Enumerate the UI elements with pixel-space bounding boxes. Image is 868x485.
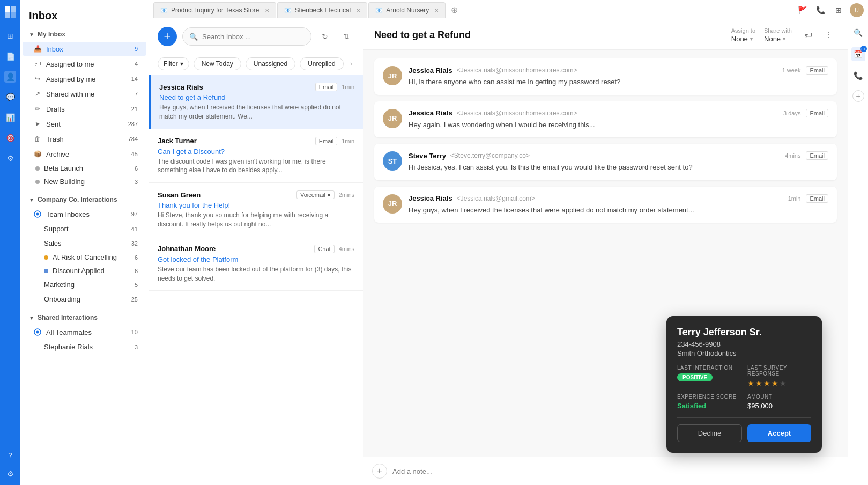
tab-product-inquiry[interactable]: 📧 Product Inquiry for Texas Store ✕ — [153, 2, 276, 18]
shared-section-label: Shared Interactions — [38, 314, 98, 321]
sales-label: Sales — [44, 239, 62, 247]
main-area: 📧 Product Inquiry for Texas Store ✕ 📧 St… — [149, 0, 868, 485]
nav-target-icon[interactable]: 🎯 — [4, 132, 16, 144]
inbox-item-header-4: Johnathan Moore Chat 4mins — [158, 245, 354, 253]
search-input[interactable] — [202, 33, 305, 41]
flag-icon[interactable]: 🚩 — [795, 3, 809, 17]
tab2-icon: 📧 — [284, 7, 292, 14]
company-chevron: ▼ — [29, 197, 34, 203]
company-section-label: Company Co. Interactions — [38, 196, 117, 203]
share-with-value[interactable]: None ▾ — [764, 35, 792, 43]
note-input[interactable] — [392, 467, 839, 475]
filter-chip-new-today[interactable]: New Today — [194, 57, 241, 70]
grid-icon[interactable]: ⊞ — [832, 3, 845, 17]
message-sender-2: Jessica Rials — [409, 109, 452, 117]
preview-2: The discount code I was given isn't work… — [158, 157, 354, 175]
message-content-3: Steve Terry <Steve.terry@company.co> 4mi… — [409, 151, 828, 173]
company-section[interactable]: ▼ Company Co. Interactions — [20, 193, 149, 207]
assign-group: Assign to None ▾ Share with None ▾ — [731, 27, 792, 43]
filter-chip-unreplied[interactable]: Unreplied — [300, 57, 343, 70]
sidebar-item-discount[interactable]: Discount Applied 6 — [23, 264, 146, 277]
sidebar-item-beta-launch[interactable]: Beta Launch 6 — [23, 162, 146, 174]
compose-button[interactable]: + — [158, 27, 177, 46]
contact-name: Terry Jefferson Sr. — [677, 327, 811, 338]
message-body-3: Hi Jessica, yes, I can assist you. Is th… — [409, 162, 828, 173]
more-options-button[interactable]: ⋮ — [821, 27, 837, 43]
nav-chat-icon[interactable]: 💬 — [4, 91, 16, 103]
app-logo[interactable] — [4, 5, 17, 18]
filter-more-button[interactable]: › — [348, 58, 354, 70]
sidebar-item-archive[interactable]: 📦 Archive 45 — [23, 147, 146, 161]
assigned-by-me-badge: 14 — [131, 76, 138, 82]
sidebar-item-shared-with-me[interactable]: ↗ Shared with me 7 — [23, 87, 146, 101]
nav-home-icon[interactable]: ⊞ — [4, 30, 16, 42]
sidebar-item-at-risk[interactable]: At Risk of Cancelling 6 — [23, 251, 146, 263]
sidebar-item-marketing[interactable]: Marketing 5 — [23, 278, 146, 291]
sidebar-item-sales[interactable]: Sales 32 — [23, 237, 146, 250]
user-avatar[interactable]: U — [850, 3, 864, 17]
tag-button[interactable]: 🏷 — [800, 27, 817, 43]
inbox-item-johnathan-moore[interactable]: Johnathan Moore Chat 4mins Got locked of… — [149, 237, 363, 291]
sidebar-item-trash[interactable]: 🗑 Trash 784 — [23, 132, 146, 146]
sidebar-item-new-building[interactable]: New Building 3 — [23, 175, 146, 188]
decline-button[interactable]: Decline — [677, 424, 742, 442]
message-email-4: <Jessica.rials@gmail.com> — [457, 195, 535, 202]
sidebar-item-all-teammates[interactable]: All Teammates 10 — [23, 325, 146, 339]
time-2: 1min — [342, 138, 354, 144]
tab1-close[interactable]: ✕ — [265, 8, 269, 13]
share-with-label: Share with — [764, 27, 792, 34]
filter-chip-unassigned[interactable]: Unassigned — [246, 57, 295, 70]
footer-add-button[interactable]: + — [372, 464, 387, 479]
all-teammates-icon — [33, 328, 42, 336]
star-4: ★ — [771, 379, 778, 387]
tab2-close[interactable]: ✕ — [356, 8, 360, 13]
sort-button[interactable]: ⇅ — [338, 28, 354, 45]
sidebar-item-assigned-to-me[interactable]: 🏷 Assigned to me 4 — [23, 57, 146, 71]
nav-analytics-icon[interactable]: 📊 — [4, 112, 16, 123]
subject-1: Need to get a Refund — [159, 93, 354, 101]
phone-icon[interactable]: 📞 — [813, 3, 827, 17]
right-phone-icon[interactable]: 📞 — [851, 69, 865, 83]
nav-apps-icon[interactable]: ⚙ — [4, 152, 16, 164]
sidebar-item-assigned-by-me[interactable]: ↪ Assigned by me 14 — [23, 72, 146, 86]
new-building-tag-dot — [35, 180, 40, 184]
tab-arnold-nursery[interactable]: 📧 Arnold Nursery ✕ — [368, 2, 446, 18]
conversation-footer: + — [363, 457, 848, 485]
sent-badge: 287 — [128, 121, 138, 127]
sidebar-item-support[interactable]: Support 41 — [23, 222, 146, 236]
sidebar-item-inbox[interactable]: 📥 Inbox 9 — [23, 42, 146, 56]
sidebar-item-onboarding[interactable]: Onboarding 25 — [23, 292, 146, 306]
tab3-close[interactable]: ✕ — [434, 8, 439, 13]
amount-label: AMOUNT — [747, 394, 811, 400]
shared-section[interactable]: ▼ Shared Interactions — [20, 311, 149, 325]
nav-settings-icon[interactable]: ⚙ — [4, 468, 16, 480]
inbox-item-jessica-rials[interactable]: Jessica Rials Email 1min Need to get a R… — [149, 75, 363, 129]
refresh-button[interactable]: ↻ — [317, 28, 333, 45]
share-with-field: Share with None ▾ — [764, 27, 792, 43]
tab-stienbeck[interactable]: 📧 Stienbeck Electrical ✕ — [277, 2, 368, 18]
accept-button[interactable]: Accept — [747, 424, 811, 442]
avatar-4: JR — [383, 194, 402, 214]
sidebar-item-team-inboxes[interactable]: Team Inboxes 97 — [23, 207, 146, 221]
right-search-icon[interactable]: 🔍 — [851, 26, 865, 40]
sidebar-item-drafts[interactable]: ✏ Drafts 21 — [23, 102, 146, 116]
inbox-item-jack-turner[interactable]: Jack Turner Email 1min Can I get a Disco… — [149, 129, 363, 183]
inbox-badge: 9 — [135, 46, 138, 52]
time-4: 4mins — [339, 246, 354, 252]
tab2-label: Stienbeck Electrical — [295, 6, 351, 14]
nav-document-icon[interactable]: 📄 — [4, 50, 16, 62]
nav-contact-icon[interactable]: 👤 — [4, 71, 16, 83]
sidebar-item-sent[interactable]: ➤ Sent 287 — [23, 117, 146, 131]
message-content-1: Jessica Rials <Jessica.rials@missourihom… — [409, 66, 828, 87]
filter-button[interactable]: Filter ▾ — [158, 57, 189, 70]
right-add-button[interactable]: + — [852, 90, 864, 102]
inbox-item-susan-green[interactable]: Susan Green Voicemail ● 2mins Thank you … — [149, 183, 363, 237]
sidebar-item-stephanie[interactable]: Stephanie Rials 3 — [23, 340, 146, 354]
right-calendar-icon[interactable]: 📅 31 — [851, 47, 865, 61]
nav-help-icon[interactable]: ? — [4, 450, 16, 461]
assign-to-value[interactable]: None ▾ — [731, 35, 755, 43]
tab3-label: Arnold Nursery — [386, 6, 429, 14]
preview-3: Hi Steve, thank you so much for helping … — [158, 211, 354, 229]
my-inbox-section[interactable]: ▼ My Inbox — [20, 27, 149, 41]
add-tab-button[interactable]: ⊕ — [447, 3, 462, 17]
